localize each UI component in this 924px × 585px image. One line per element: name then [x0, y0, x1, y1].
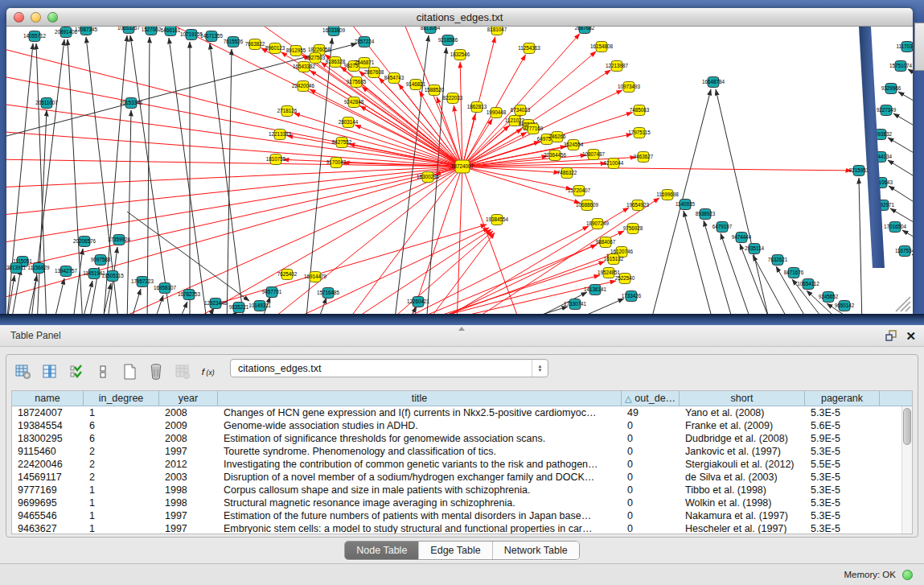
svg-text:10653257: 10653257	[117, 27, 141, 31]
svg-text:7663822: 7663822	[245, 41, 265, 47]
sort-indicator-icon: △	[625, 393, 631, 404]
svg-text:1810755: 1810755	[266, 156, 286, 162]
scrollbar-thumb[interactable]	[903, 408, 911, 445]
svg-text:1527002: 1527002	[142, 27, 162, 32]
table-row[interactable]: 946554611997Estimation of the future num…	[12, 509, 912, 522]
table-row[interactable]: 911546021997Tourette syndrome. Phenomeno…	[12, 445, 912, 458]
svg-text:9097588: 9097588	[91, 257, 111, 262]
svg-text:9756928: 9756928	[623, 225, 643, 231]
row-height-icon[interactable]	[94, 363, 112, 381]
table-cell: 1	[84, 510, 159, 521]
column-header-pagerank[interactable]: pagerank	[805, 391, 880, 406]
column-header-out_de[interactable]: △out_de…	[622, 391, 680, 406]
table-row[interactable]: 1830029562008Estimation of significance …	[12, 432, 912, 445]
table-cell: 5.3E-5	[805, 446, 880, 457]
create-column-icon[interactable]	[121, 363, 138, 381]
svg-text:1862813: 1862813	[467, 104, 487, 109]
table-cell: 5.3E-5	[805, 510, 880, 521]
table-panel-header: Table Panel ✕	[0, 325, 924, 347]
network-canvas[interactable]: 1872400776638228960123891295518226058982…	[6, 27, 913, 314]
svg-text:10654112: 10654112	[797, 281, 819, 286]
table-row[interactable]: 1938455462009Genome-wide association stu…	[12, 419, 912, 432]
delete-column-icon[interactable]	[147, 363, 165, 381]
table-row[interactable]: 1456911722003Disruption of a novel membe…	[12, 471, 912, 484]
resize-grip-icon[interactable]	[896, 297, 910, 311]
column-header-title[interactable]: title	[218, 391, 622, 406]
svg-text:8912955: 8912955	[286, 47, 306, 53]
column-header-name[interactable]: name	[12, 391, 84, 406]
svg-text:20206576: 20206576	[73, 238, 97, 244]
table-cell: 5.3E-5	[805, 523, 880, 534]
table-cell: 5.3E-5	[805, 407, 880, 418]
svg-text:15751074: 15751074	[889, 63, 913, 68]
svg-text:2522540: 2522540	[615, 275, 635, 281]
svg-text:12260421: 12260421	[407, 299, 430, 304]
svg-text:2803144: 2803144	[339, 119, 359, 125]
svg-text:16914479: 16914479	[304, 274, 327, 279]
panel-title: Table Panel	[10, 330, 885, 341]
minimize-window-button[interactable]	[31, 12, 41, 23]
vertical-scrollbar[interactable]	[901, 406, 912, 534]
table-cell: Wolkin et al. (1998)	[680, 497, 805, 509]
close-window-button[interactable]	[14, 12, 24, 23]
table-row[interactable]: 1872400712008Changes of HCN gene express…	[12, 406, 912, 419]
table-cell: 0	[622, 484, 680, 496]
table-row[interactable]: 2242004622012Investigating the contribut…	[12, 458, 912, 471]
svg-text:19524851: 19524851	[598, 270, 621, 275]
svg-text:1588520: 1588520	[425, 87, 445, 93]
table-select-dropdown[interactable]: citations_edges.txt ▲▼	[230, 359, 548, 377]
svg-text:1832546: 1832546	[450, 51, 470, 57]
table-cell: 5.3E-5	[805, 484, 880, 496]
tab-edge-table[interactable]: Edge Table	[418, 542, 491, 559]
table-row[interactable]: 969969511998Structural magnetic resonanc…	[12, 496, 912, 509]
svg-text:9175685: 9175685	[347, 79, 367, 84]
table-cell: 0	[622, 420, 680, 431]
svg-text:9170043: 9170043	[326, 159, 347, 165]
column-header-short[interactable]: short	[680, 391, 805, 406]
svg-text:15716485: 15716485	[317, 290, 340, 295]
table-cell: Tourette syndrome. Phenomenology and cla…	[218, 446, 622, 457]
import-table-icon[interactable]	[174, 363, 191, 381]
tab-node-table[interactable]: Node Table	[345, 542, 418, 559]
svg-text:9146821: 9146821	[406, 81, 426, 87]
close-panel-icon[interactable]: ✕	[906, 330, 916, 342]
svg-text:9474444: 9474444	[732, 234, 752, 240]
svg-text:19384554: 19384554	[486, 216, 509, 222]
svg-text:11170345: 11170345	[896, 43, 913, 49]
select-columns-icon[interactable]	[68, 363, 85, 381]
table-cell: Hescheler et al. (1997)	[680, 523, 805, 534]
table-cell: 2008	[159, 407, 218, 418]
window-titlebar[interactable]: citations_edges.txt	[6, 8, 913, 27]
table-row[interactable]: 946362711997Embryonic stem cells: a mode…	[12, 522, 912, 534]
float-panel-icon[interactable]	[885, 329, 897, 342]
column-header-year[interactable]: year	[159, 391, 218, 406]
svg-text:17016504: 17016504	[884, 224, 907, 229]
svg-text:1167534: 1167534	[895, 248, 913, 253]
table-cell: Tibbo et al. (1998)	[680, 484, 805, 496]
svg-text:f: f	[202, 366, 206, 377]
svg-text:8454743: 8454743	[384, 75, 405, 80]
panel-resize-handle[interactable]	[458, 327, 465, 331]
show-columns-icon[interactable]	[41, 363, 59, 381]
table-cell: 18300295	[12, 433, 84, 444]
svg-text:3624554: 3624554	[564, 142, 584, 147]
svg-text:9245652: 9245652	[819, 294, 839, 299]
svg-text:11156829: 11156829	[27, 265, 50, 270]
svg-text:9227349: 9227349	[877, 107, 897, 113]
column-header-in_degree[interactable]: in_degree	[84, 391, 159, 406]
zoom-window-button[interactable]	[47, 12, 58, 23]
table-select-value: citations_edges.txt	[231, 363, 532, 374]
svg-text:18300295: 18300295	[417, 174, 440, 179]
svg-text:8186328: 8186328	[326, 59, 346, 64]
svg-text:17330741: 17330741	[564, 301, 587, 307]
table-row[interactable]: 977716911998Corpus callosum shape and si…	[12, 484, 912, 496]
node-table: namein_degreeyeartitle△out_de…shortpager…	[11, 390, 913, 534]
table-cell: Corpus callosum shape and size in male p…	[218, 484, 622, 496]
network-view-window[interactable]: citations_edges.txt 18724007766382289601…	[6, 8, 913, 314]
table-settings-icon[interactable]	[14, 363, 32, 381]
svg-text:6479197: 6479197	[713, 224, 733, 229]
function-builder-icon[interactable]: f(x)	[200, 363, 218, 381]
svg-text:12923448: 12923448	[204, 300, 228, 306]
tab-network-table[interactable]: Network Table	[492, 542, 579, 559]
table-cell: 1998	[159, 497, 218, 509]
